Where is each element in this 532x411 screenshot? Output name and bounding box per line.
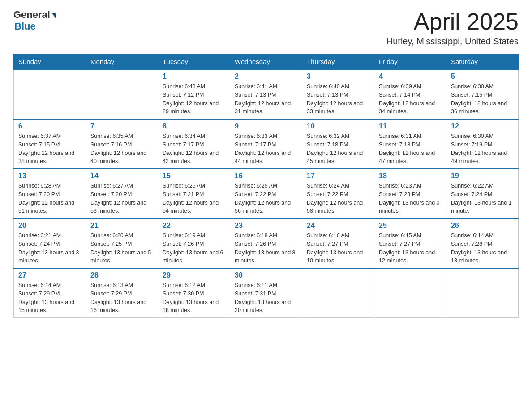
calendar-cell: 13Sunrise: 6:28 AMSunset: 7:20 PMDayligh… xyxy=(14,169,86,218)
calendar-cell: 19Sunrise: 6:22 AMSunset: 7:24 PMDayligh… xyxy=(446,169,519,218)
day-number: 9 xyxy=(235,122,297,130)
calendar-cell: 23Sunrise: 6:18 AMSunset: 7:26 PMDayligh… xyxy=(230,218,302,268)
calendar-title: April 2025 xyxy=(386,9,519,34)
calendar-week-row: 27Sunrise: 6:14 AMSunset: 7:29 PMDayligh… xyxy=(14,268,519,318)
weekday-header: Saturday xyxy=(446,54,519,70)
calendar-cell xyxy=(446,268,519,318)
calendar-cell: 22Sunrise: 6:19 AMSunset: 7:26 PMDayligh… xyxy=(158,218,230,268)
day-number: 23 xyxy=(235,222,297,230)
day-number: 5 xyxy=(451,73,514,81)
day-info: Sunrise: 6:39 AMSunset: 7:14 PMDaylight:… xyxy=(379,82,442,116)
day-number: 12 xyxy=(451,122,514,130)
calendar-week-row: 13Sunrise: 6:28 AMSunset: 7:20 PMDayligh… xyxy=(14,169,519,218)
calendar-week-row: 20Sunrise: 6:21 AMSunset: 7:24 PMDayligh… xyxy=(14,218,519,268)
weekday-header: Sunday xyxy=(14,54,86,70)
day-number: 1 xyxy=(163,73,225,81)
calendar-cell: 10Sunrise: 6:32 AMSunset: 7:18 PMDayligh… xyxy=(302,119,374,169)
weekday-header: Tuesday xyxy=(158,54,230,70)
day-info: Sunrise: 6:26 AMSunset: 7:21 PMDaylight:… xyxy=(163,182,225,215)
day-info: Sunrise: 6:35 AMSunset: 7:16 PMDaylight:… xyxy=(90,132,153,166)
day-info: Sunrise: 6:41 AMSunset: 7:13 PMDaylight:… xyxy=(235,82,297,116)
calendar-cell: 29Sunrise: 6:12 AMSunset: 7:30 PMDayligh… xyxy=(158,268,230,318)
day-info: Sunrise: 6:16 AMSunset: 7:27 PMDaylight:… xyxy=(307,231,369,265)
calendar-cell: 11Sunrise: 6:31 AMSunset: 7:18 PMDayligh… xyxy=(374,119,446,169)
calendar-cell xyxy=(14,69,86,119)
day-info: Sunrise: 6:14 AMSunset: 7:28 PMDaylight:… xyxy=(451,231,514,265)
calendar-cell: 12Sunrise: 6:30 AMSunset: 7:19 PMDayligh… xyxy=(446,119,519,169)
day-info: Sunrise: 6:43 AMSunset: 7:12 PMDaylight:… xyxy=(163,82,225,116)
day-number: 17 xyxy=(307,172,369,180)
calendar-cell: 1Sunrise: 6:43 AMSunset: 7:12 PMDaylight… xyxy=(158,69,230,119)
calendar-cell: 5Sunrise: 6:38 AMSunset: 7:15 PMDaylight… xyxy=(446,69,519,119)
day-info: Sunrise: 6:31 AMSunset: 7:18 PMDaylight:… xyxy=(379,132,442,166)
calendar-cell: 16Sunrise: 6:25 AMSunset: 7:22 PMDayligh… xyxy=(230,169,302,218)
calendar-cell: 28Sunrise: 6:13 AMSunset: 7:29 PMDayligh… xyxy=(86,268,158,318)
logo-arrow-icon xyxy=(51,13,56,19)
calendar-cell: 9Sunrise: 6:33 AMSunset: 7:17 PMDaylight… xyxy=(230,119,302,169)
day-number: 13 xyxy=(18,172,81,180)
day-number: 14 xyxy=(90,172,153,180)
calendar-cell: 2Sunrise: 6:41 AMSunset: 7:13 PMDaylight… xyxy=(230,69,302,119)
day-info: Sunrise: 6:12 AMSunset: 7:30 PMDaylight:… xyxy=(163,281,225,315)
title-section: April 2025 Hurley, Mississippi, United S… xyxy=(386,9,519,47)
calendar-cell: 3Sunrise: 6:40 AMSunset: 7:13 PMDaylight… xyxy=(302,69,374,119)
day-number: 21 xyxy=(90,222,153,230)
day-info: Sunrise: 6:11 AMSunset: 7:31 PMDaylight:… xyxy=(235,281,297,315)
day-number: 30 xyxy=(235,271,297,279)
day-number: 15 xyxy=(163,172,225,180)
calendar-week-row: 6Sunrise: 6:37 AMSunset: 7:15 PMDaylight… xyxy=(14,119,519,169)
calendar-cell: 15Sunrise: 6:26 AMSunset: 7:21 PMDayligh… xyxy=(158,169,230,218)
calendar-cell: 20Sunrise: 6:21 AMSunset: 7:24 PMDayligh… xyxy=(14,218,86,268)
weekday-header: Monday xyxy=(86,54,158,70)
day-number: 11 xyxy=(379,122,442,130)
day-info: Sunrise: 6:24 AMSunset: 7:22 PMDaylight:… xyxy=(307,182,369,215)
calendar-cell xyxy=(302,268,374,318)
day-number: 10 xyxy=(307,122,369,130)
calendar-cell: 25Sunrise: 6:15 AMSunset: 7:27 PMDayligh… xyxy=(374,218,446,268)
calendar-cell: 14Sunrise: 6:27 AMSunset: 7:20 PMDayligh… xyxy=(86,169,158,218)
weekday-header: Wednesday xyxy=(230,54,302,70)
day-info: Sunrise: 6:18 AMSunset: 7:26 PMDaylight:… xyxy=(235,231,297,265)
calendar-cell: 24Sunrise: 6:16 AMSunset: 7:27 PMDayligh… xyxy=(302,218,374,268)
calendar-cell: 27Sunrise: 6:14 AMSunset: 7:29 PMDayligh… xyxy=(14,268,86,318)
day-number: 29 xyxy=(163,271,225,279)
day-info: Sunrise: 6:20 AMSunset: 7:25 PMDaylight:… xyxy=(90,231,153,265)
day-info: Sunrise: 6:40 AMSunset: 7:13 PMDaylight:… xyxy=(307,82,369,116)
day-info: Sunrise: 6:27 AMSunset: 7:20 PMDaylight:… xyxy=(90,182,153,215)
day-number: 22 xyxy=(163,222,225,230)
calendar-cell: 30Sunrise: 6:11 AMSunset: 7:31 PMDayligh… xyxy=(230,268,302,318)
day-number: 3 xyxy=(307,73,369,81)
day-number: 4 xyxy=(379,73,442,81)
day-number: 16 xyxy=(235,172,297,180)
day-info: Sunrise: 6:19 AMSunset: 7:26 PMDaylight:… xyxy=(163,231,225,265)
logo-general-text: General xyxy=(13,9,50,21)
day-info: Sunrise: 6:32 AMSunset: 7:18 PMDaylight:… xyxy=(307,132,369,166)
day-number: 27 xyxy=(18,271,81,279)
day-info: Sunrise: 6:21 AMSunset: 7:24 PMDaylight:… xyxy=(18,231,81,265)
day-number: 26 xyxy=(451,222,514,230)
calendar-cell: 6Sunrise: 6:37 AMSunset: 7:15 PMDaylight… xyxy=(14,119,86,169)
calendar-cell: 4Sunrise: 6:39 AMSunset: 7:14 PMDaylight… xyxy=(374,69,446,119)
calendar-cell: 7Sunrise: 6:35 AMSunset: 7:16 PMDaylight… xyxy=(86,119,158,169)
calendar-week-row: 1Sunrise: 6:43 AMSunset: 7:12 PMDaylight… xyxy=(14,69,519,119)
calendar-cell: 21Sunrise: 6:20 AMSunset: 7:25 PMDayligh… xyxy=(86,218,158,268)
day-info: Sunrise: 6:37 AMSunset: 7:15 PMDaylight:… xyxy=(18,132,81,166)
day-info: Sunrise: 6:30 AMSunset: 7:19 PMDaylight:… xyxy=(451,132,514,166)
day-info: Sunrise: 6:38 AMSunset: 7:15 PMDaylight:… xyxy=(451,82,514,116)
day-info: Sunrise: 6:23 AMSunset: 7:23 PMDaylight:… xyxy=(379,182,442,215)
day-info: Sunrise: 6:13 AMSunset: 7:29 PMDaylight:… xyxy=(90,281,153,315)
day-number: 6 xyxy=(18,122,81,130)
day-info: Sunrise: 6:33 AMSunset: 7:17 PMDaylight:… xyxy=(235,132,297,166)
page-header: General Blue April 2025 Hurley, Mississi… xyxy=(13,9,519,47)
calendar-cell xyxy=(374,268,446,318)
day-info: Sunrise: 6:25 AMSunset: 7:22 PMDaylight:… xyxy=(235,182,297,215)
day-number: 28 xyxy=(90,271,153,279)
logo: General Blue xyxy=(13,9,56,32)
weekday-header: Thursday xyxy=(302,54,374,70)
day-number: 7 xyxy=(90,122,153,130)
day-info: Sunrise: 6:28 AMSunset: 7:20 PMDaylight:… xyxy=(18,182,81,215)
weekday-header: Friday xyxy=(374,54,446,70)
day-number: 2 xyxy=(235,73,297,81)
day-info: Sunrise: 6:15 AMSunset: 7:27 PMDaylight:… xyxy=(379,231,442,265)
calendar-table: SundayMondayTuesdayWednesdayThursdayFrid… xyxy=(13,54,519,318)
